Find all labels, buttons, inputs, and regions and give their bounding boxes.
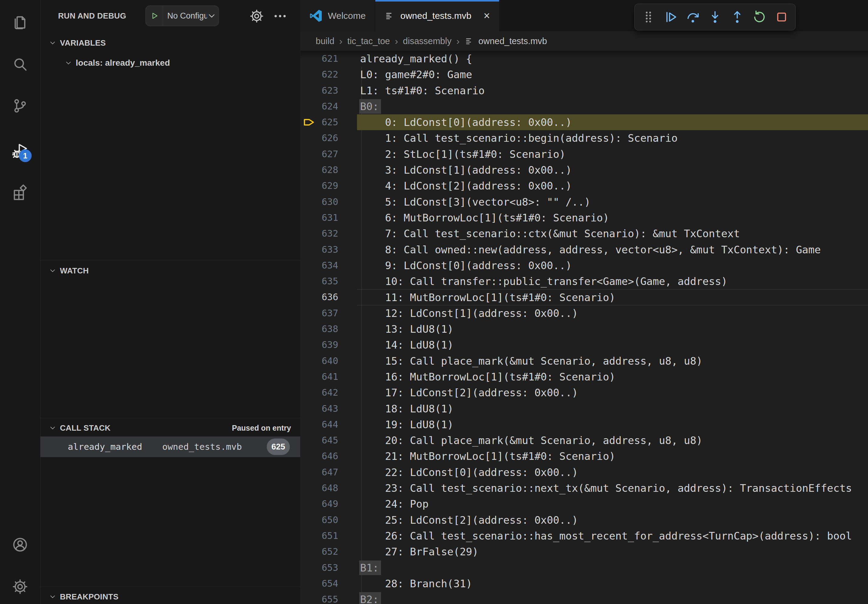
breakpoint-gutter[interactable] [301,210,318,226]
restart-button[interactable] [752,9,767,25]
breakpoint-gutter[interactable] [301,273,318,289]
breakpoint-gutter[interactable] [301,99,318,115]
step-over-button[interactable] [685,9,701,25]
close-icon[interactable]: × [484,10,490,21]
drag-handle-button[interactable] [641,9,656,25]
code-line[interactable]: 629 4: LdConst[2](address: 0x00..) [301,178,868,194]
breakpoint-gutter[interactable] [301,353,318,369]
call-stack-header[interactable]: CALL STACK Paused on entry [40,420,300,437]
activity-item-account[interactable] [12,536,29,553]
code-line[interactable]: 650 25: LdConst[2](address: 0x00..) [301,512,868,528]
breakpoint-gutter[interactable] [301,83,318,99]
activity-item-extensions[interactable] [12,183,29,200]
activity-item-search[interactable] [12,56,29,73]
breakpoint-gutter[interactable] [301,321,318,337]
locals-scope-row[interactable]: locals: already_marked [40,54,300,71]
breakpoint-gutter[interactable] [301,115,318,130]
code-line[interactable]: 627 2: StLoc[1](ts#1#0: Scenario) [301,146,868,162]
start-debugging-button[interactable] [146,6,163,26]
code-line[interactable]: 632 7: Call test_scenario::ctx(&mut Scen… [301,226,868,242]
breadcrumb-item-disassembly[interactable]: disassembly [403,36,452,46]
code-line[interactable]: 633 8: Call owned::new(address, address,… [301,242,868,258]
code-line[interactable]: 636 11: MutBorrowLoc[1](ts#1#0: Scenario… [301,289,868,305]
breakpoint-gutter[interactable] [301,289,318,305]
code-line[interactable]: 653B1: [301,560,868,576]
breakpoint-gutter[interactable] [301,401,318,417]
breakpoint-gutter[interactable] [301,162,318,178]
code-line[interactable]: 651 26: Call test_scenario::has_most_rec… [301,528,868,544]
variables-header[interactable]: VARIABLES [40,34,300,51]
code-line[interactable]: 624B0: [301,99,868,115]
breakpoint-gutter[interactable] [301,337,318,353]
code-line[interactable]: 631 6: MutBorrowLoc[1](ts#1#0: Scenario) [301,210,868,226]
code-line[interactable]: 643 18: LdU8(1) [301,401,868,417]
tab-welcome[interactable]: Welcome [301,0,375,31]
code-line[interactable]: 641 16: MutBorrowLoc[1](ts#1#0: Scenario… [301,369,868,385]
breakpoint-gutter[interactable] [301,258,318,273]
code-line[interactable]: 644 19: LdU8(1) [301,417,868,432]
code-line[interactable]: 628 3: LdConst[1](address: 0x00..) [301,162,868,178]
activity-item-settings[interactable] [12,578,29,595]
code-line[interactable]: 637 12: LdConst[1](address: 0x00..) [301,305,868,321]
breakpoint-gutter[interactable] [301,528,318,544]
activity-item-run-and-debug[interactable]: 1 [12,142,29,160]
code-line[interactable]: 634 9: LdConst[0](address: 0x00..) [301,258,868,273]
activity-item-explorer[interactable] [12,13,29,30]
breakpoint-gutter[interactable] [301,512,318,528]
step-out-button[interactable] [730,9,745,25]
breakpoint-gutter[interactable] [301,576,318,592]
breakpoint-gutter[interactable] [301,496,318,512]
code-line[interactable]: 630 5: LdConst[3](vector<u8>: "" /..) [301,194,868,210]
breakpoint-gutter[interactable] [301,385,318,401]
code-line[interactable]: 639 14: LdU8(1) [301,337,868,353]
breakpoint-gutter[interactable] [301,432,318,448]
breakpoint-gutter[interactable] [301,51,318,67]
breakpoints-header[interactable]: BREAKPOINTS [40,588,300,604]
breakpoint-gutter[interactable] [301,560,318,576]
breakpoint-gutter[interactable] [301,178,318,194]
breakpoint-gutter[interactable] [301,465,318,480]
breadcrumb-item-build[interactable]: build [316,36,334,46]
code-line[interactable]: 642 17: LdConst[2](address: 0x00..) [301,385,868,401]
stop-button[interactable] [774,9,789,25]
code-line[interactable]: 652 27: BrFalse(29) [301,544,868,560]
breadcrumb-item-tic_tac_toe[interactable]: tic_tac_toe [347,36,390,46]
code-line[interactable]: 649 24: Pop [301,496,868,512]
breadcrumb-item-owned_tests.mvb[interactable]: owned_tests.mvb [478,36,547,46]
breakpoint-gutter[interactable] [301,369,318,385]
breakpoint-gutter[interactable] [301,305,318,321]
code-line[interactable]: 654 28: Branch(31) [301,576,868,592]
launch-configuration-dropdown[interactable]: No Configura [146,5,219,26]
breakpoint-gutter[interactable] [301,67,318,82]
breakpoint-gutter[interactable] [301,592,318,604]
code-line[interactable]: 648 23: Call test_scenario::next_tx(&mut… [301,480,868,496]
breakpoint-gutter[interactable] [301,242,318,258]
tab-owned-tests-mvb[interactable]: owned_tests.mvb× [375,0,499,31]
continue-button[interactable] [663,9,678,25]
debug-gear-icon[interactable] [249,9,264,24]
breakpoint-gutter[interactable] [301,448,318,464]
views-more-actions-icon[interactable] [273,9,288,24]
code-line[interactable]: 638 13: LdU8(1) [301,321,868,337]
code-line[interactable]: 625 0: LdConst[0](address: 0x00..) [301,115,868,130]
code-line[interactable]: 635 10: Call transfer::public_transfer<G… [301,273,868,289]
step-into-button[interactable] [707,9,722,25]
code-line[interactable]: 647 22: LdConst[0](address: 0x00..) [301,465,868,480]
watch-header[interactable]: WATCH [40,262,300,279]
breakpoint-gutter[interactable] [301,417,318,432]
code-line[interactable]: 626 1: Call test_scenario::begin(address… [301,130,868,146]
code-line[interactable]: 622L0: game#2#0: Game [301,67,868,82]
code-line[interactable]: 621already_marked() { [301,51,868,67]
breakpoint-gutter[interactable] [301,146,318,162]
code-line[interactable]: 623L1: ts#1#0: Scenario [301,83,868,99]
breakpoint-gutter[interactable] [301,480,318,496]
breakpoint-gutter[interactable] [301,130,318,146]
code-line[interactable]: 646 21: MutBorrowLoc[1](ts#1#0: Scenario… [301,448,868,464]
stack-frame-row[interactable]: already_marked owned_tests.mvb 625 [40,437,300,457]
code-line[interactable]: 655B2: [301,592,868,604]
breakpoint-gutter[interactable] [301,226,318,242]
code-line[interactable]: 640 15: Call place_mark(&mut Scenario, a… [301,353,868,369]
breakpoint-gutter[interactable] [301,194,318,210]
code-line[interactable]: 645 20: Call place_mark(&mut Scenario, a… [301,432,868,448]
activity-item-source-control[interactable] [12,97,29,115]
